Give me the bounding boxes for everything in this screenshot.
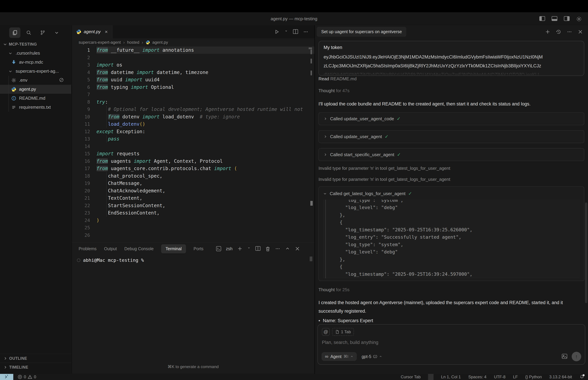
- user-message[interactable]: My token eyJhbGciOiJSUzI1NiJ9.eyJleHAiOj…: [319, 41, 584, 76]
- timeline-section[interactable]: TIMELINE: [0, 363, 71, 372]
- tool-call-update-user-agent[interactable]: Called update_user_agent ✓: [319, 130, 584, 143]
- tab-problems[interactable]: Problems: [79, 246, 97, 251]
- thought-line[interactable]: Thought for 47s: [319, 88, 584, 93]
- code-line-9[interactable]: 9 # Optional for local development; Agen…: [72, 106, 314, 113]
- explorer-item-supercars-expert-ag[interactable]: supercars-expert-ag...: [0, 67, 71, 76]
- cursor-position-status[interactable]: Ln 1, Col 1: [441, 375, 461, 379]
- read-file-line[interactable]: Read README.md: [319, 76, 584, 81]
- breadcrumb-item[interactable]: hosted: [127, 40, 139, 45]
- code-line-20[interactable]: 20 ChatAcknowledgement,: [72, 187, 314, 195]
- code-line-8[interactable]: 8try:: [72, 98, 314, 106]
- agent-mode-selector[interactable]: ∞ Agent ⌘I: [322, 352, 357, 361]
- remote-indicator[interactable]: [0, 374, 13, 380]
- tab-agent-py[interactable]: agent.py ×: [72, 25, 113, 38]
- code-line-15[interactable]: 15import requests: [72, 150, 314, 157]
- run-dropdown-chevron-icon[interactable]: [285, 29, 288, 34]
- explorer-item-av-mcp-mdc[interactable]: av-mcp.mdc: [0, 58, 71, 67]
- toggle-bottom-panel-icon[interactable]: [551, 16, 557, 21]
- thought-line[interactable]: Thought for 25s: [319, 287, 584, 292]
- chat-more-icon[interactable]: [567, 29, 572, 34]
- code-line-3[interactable]: 3import os: [72, 61, 314, 69]
- code-line-18[interactable]: 18 chat_protocol_spec,: [72, 172, 314, 180]
- outline-section[interactable]: OUTLINE: [0, 354, 71, 363]
- tool-call-start-specific-user-agent[interactable]: Called start_specific_user_agent ✓: [319, 148, 584, 161]
- chat-input-placeholder[interactable]: Plan, search, build anything: [322, 340, 581, 345]
- split-terminal-icon[interactable]: [255, 246, 261, 251]
- code-line-1[interactable]: 1from __future__ import annotations: [72, 46, 314, 54]
- breadcrumb-item[interactable]: supercars-expert-agent: [79, 40, 121, 45]
- mention-button[interactable]: @: [322, 328, 330, 336]
- eol-status[interactable]: LF: [513, 375, 518, 379]
- model-selector[interactable]: gpt-5: [361, 354, 382, 359]
- explorer-icon[interactable]: [9, 27, 20, 38]
- terminal-content[interactable]: abhi@Mac mcp-testing %: [72, 255, 314, 263]
- code-line-25[interactable]: 25: [72, 224, 314, 231]
- terminal-dropdown-chevron-icon[interactable]: [247, 246, 251, 251]
- explorer-root-header[interactable]: MCP-TESTING: [0, 40, 71, 49]
- problems-status[interactable]: 0 0: [18, 375, 36, 379]
- chat-thread-tab[interactable]: Set up uagent for supercars on agentvers…: [317, 27, 406, 37]
- tab-debug-console[interactable]: Debug Console: [124, 246, 154, 251]
- screencast-zoom-icon[interactable]: [428, 374, 434, 380]
- code-line-13[interactable]: 13 pass: [72, 135, 314, 143]
- tab-terminal[interactable]: Terminal: [161, 244, 186, 253]
- context-tab-chip[interactable]: 1 Tab: [332, 328, 354, 336]
- language-mode-status[interactable]: {} Python: [525, 375, 542, 379]
- toggle-right-panel-icon[interactable]: [564, 16, 570, 21]
- cursor-tab-status[interactable]: Cursor Tab: [401, 375, 421, 379]
- shell-name[interactable]: zsh: [226, 246, 233, 251]
- chat-history-icon[interactable]: [556, 29, 561, 34]
- explorer-item-agent-py[interactable]: agent.py: [0, 85, 71, 94]
- code-line-26[interactable]: 26: [72, 231, 314, 239]
- code-editor[interactable]: 1from __future__ import annotations23imp…: [72, 46, 314, 242]
- tool-call-header[interactable]: Called get_latest_logs_for_user_agent ✓: [323, 190, 580, 197]
- code-line-5[interactable]: 5from uuid import uuid4: [72, 76, 314, 83]
- python-version-status[interactable]: 3.13.2 64-bit: [549, 375, 572, 379]
- code-line-11[interactable]: 11 load_dotenv(): [72, 120, 314, 128]
- close-panel-icon[interactable]: [295, 246, 300, 251]
- more-views-chevron-icon[interactable]: [51, 27, 62, 38]
- kill-terminal-icon[interactable]: [265, 246, 270, 251]
- encoding-status[interactable]: UTF-8: [494, 375, 506, 379]
- code-line-6[interactable]: 6from typing import Optional: [72, 83, 314, 91]
- tab-output[interactable]: Output: [104, 246, 117, 251]
- code-line-24[interactable]: 24): [72, 217, 314, 224]
- explorer-item-env[interactable]: .env: [0, 76, 71, 85]
- explorer-item-cursor-rules[interactable]: .cursor/rules: [0, 49, 71, 58]
- settings-gear-icon[interactable]: [576, 16, 582, 21]
- tool-call-get-latest-logs[interactable]: Called get_latest_logs_for_user_agent ✓ …: [319, 187, 584, 281]
- chat-input-box[interactable]: @ 1 Tab Plan, search, build anything ∞ A…: [318, 324, 585, 365]
- code-line-12[interactable]: 12except Exception:: [72, 128, 314, 135]
- source-control-icon[interactable]: [37, 27, 48, 38]
- code-line-4[interactable]: 4from datetime import datetime, timezone: [72, 69, 314, 76]
- explorer-item-requirements-txt[interactable]: requirements.txt: [0, 103, 71, 112]
- indentation-status[interactable]: Spaces: 4: [468, 375, 486, 379]
- code-line-2[interactable]: 2: [72, 54, 314, 61]
- code-line-23[interactable]: 23 EndSessionContent,: [72, 209, 314, 217]
- tool-output-log[interactable]: "log_type": "system", "log_level": "debg…: [323, 200, 580, 278]
- code-line-17[interactable]: 17from uagents_core.contrib.protocols.ch…: [72, 165, 314, 172]
- attach-image-icon[interactable]: [562, 354, 567, 359]
- new-chat-icon[interactable]: [545, 29, 550, 34]
- maximize-panel-icon[interactable]: [285, 246, 290, 251]
- explorer-item-readme-md[interactable]: README.md: [0, 94, 71, 103]
- more-actions-icon[interactable]: [303, 29, 308, 34]
- send-button[interactable]: ↑: [572, 352, 581, 361]
- code-line-16[interactable]: 16from uagents import Agent, Context, Pr…: [72, 157, 314, 165]
- search-icon[interactable]: [23, 27, 34, 38]
- tool-call-update-user-agent-code[interactable]: Called update_user_agent_code ✓: [319, 112, 584, 125]
- chat-scrollbar[interactable]: [585, 202, 587, 303]
- breadcrumb-item[interactable]: agent.py: [152, 40, 168, 45]
- close-tab-icon[interactable]: ×: [105, 29, 108, 35]
- code-line-7[interactable]: 7: [72, 91, 314, 98]
- code-line-21[interactable]: 21 TextContent,: [72, 194, 314, 202]
- notifications-bell-icon[interactable]: [580, 375, 584, 379]
- code-line-14[interactable]: 14: [72, 143, 314, 150]
- code-line-19[interactable]: 19 ChatMessage,: [72, 180, 314, 187]
- code-line-10[interactable]: 10 from dotenv import load_dotenv # type…: [72, 113, 314, 121]
- split-editor-icon[interactable]: [293, 29, 298, 34]
- tab-ports[interactable]: Ports: [193, 246, 203, 251]
- toggle-left-panel-icon[interactable]: [539, 16, 545, 21]
- code-line-22[interactable]: 22 StartSessionContent,: [72, 202, 314, 209]
- more-terminal-actions-icon[interactable]: [275, 246, 280, 251]
